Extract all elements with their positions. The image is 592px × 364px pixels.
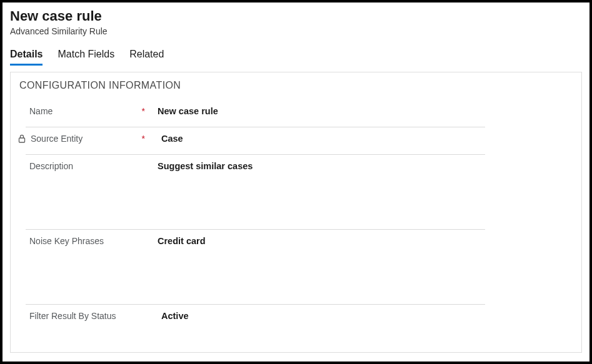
section-title: CONFIGURATION INFORMATION xyxy=(19,80,573,91)
label-text: Filter Result By Status xyxy=(29,311,116,321)
label-text: Description xyxy=(29,161,73,171)
label-text: Noise Key Phrases xyxy=(29,236,104,246)
lock-icon xyxy=(18,134,26,143)
tab-related[interactable]: Related xyxy=(129,45,164,66)
field-row-source-entity: Source Entity * Case xyxy=(26,127,485,155)
page-subtitle: Advanced Similarity Rule xyxy=(10,26,582,36)
filter-status-field[interactable]: Active xyxy=(148,311,485,321)
page-title: New case rule xyxy=(10,7,582,26)
field-label-name: Name * xyxy=(26,106,148,116)
description-field[interactable]: Suggest similar cases xyxy=(148,161,485,171)
field-label-filter-status: Filter Result By Status xyxy=(26,311,148,321)
field-row-filter-status: Filter Result By Status Active xyxy=(26,305,485,332)
required-indicator-icon: * xyxy=(142,106,145,116)
field-label-description: Description xyxy=(26,161,148,171)
svg-rect-0 xyxy=(19,138,25,142)
source-entity-field[interactable]: Case xyxy=(148,134,485,144)
noise-key-phrases-field[interactable]: Credit card xyxy=(148,236,485,246)
field-row-name: Name * New case rule xyxy=(26,100,485,127)
required-indicator-icon: * xyxy=(142,134,145,144)
section-configuration: CONFIGURATION INFORMATION Name * New cas… xyxy=(10,72,582,353)
field-label-noise: Noise Key Phrases xyxy=(26,236,148,246)
tab-bar: Details Match Fields Related xyxy=(10,45,582,66)
field-label-source-entity: Source Entity * xyxy=(26,134,148,144)
name-field[interactable]: New case rule xyxy=(148,106,485,116)
tab-match-fields[interactable]: Match Fields xyxy=(58,45,114,66)
tab-details[interactable]: Details xyxy=(10,45,43,66)
label-text: Source Entity xyxy=(31,134,83,144)
field-row-description: Description Suggest similar cases xyxy=(26,155,485,230)
field-row-noise-key-phrases: Noise Key Phrases Credit card xyxy=(26,230,485,305)
label-text: Name xyxy=(29,106,53,116)
page-header: New case rule Advanced Similarity Rule xyxy=(10,7,582,36)
